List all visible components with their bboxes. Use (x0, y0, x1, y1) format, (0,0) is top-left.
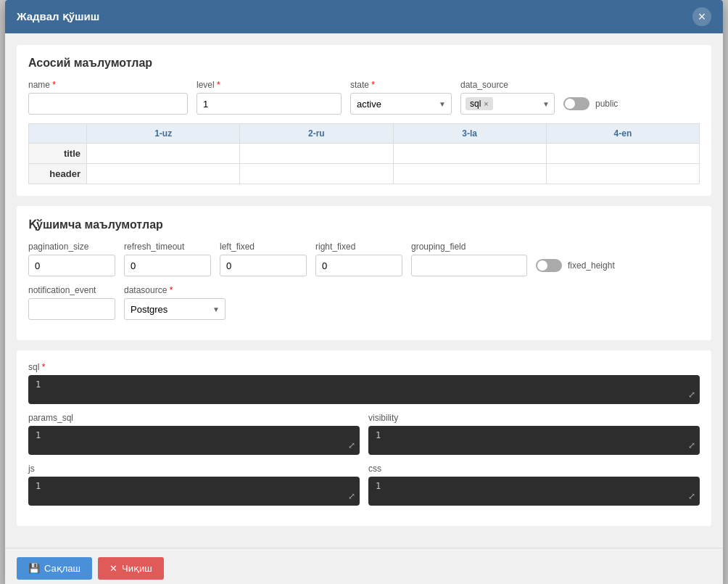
grouping-label: grouping_field (411, 242, 527, 252)
header-en-input[interactable] (553, 168, 693, 179)
name-group: name * (28, 80, 188, 115)
datasource-tag-close[interactable]: × (484, 99, 488, 108)
save-button[interactable]: 💾 Сақлаш (17, 557, 92, 580)
params-sql-expand-icon: ⤢ (348, 440, 355, 451)
modal-title: Жадвал қўшиш (17, 10, 99, 23)
translation-col-2: 2-ru (240, 124, 393, 144)
name-input[interactable] (28, 93, 188, 115)
visibility-editor[interactable]: 1 ⤢ (368, 426, 700, 455)
level-input[interactable] (197, 93, 342, 115)
translation-row-header: header (29, 164, 700, 184)
translation-row-title: title (29, 144, 700, 164)
title-uz-input[interactable] (93, 148, 233, 159)
params-sql-label: params_sql (28, 413, 360, 423)
datasource-label: data_source (460, 80, 555, 90)
sql-section: sql * 1 ⤢ params_sql 1 ⤢ (17, 350, 711, 526)
visibility-line: 1 (376, 430, 381, 440)
state-group: state * active inactive ▼ (350, 80, 452, 115)
refresh-group: refresh_timeout (124, 242, 211, 276)
translation-col-1: 1-uz (87, 124, 240, 144)
extra-form-row-2: notification_event datasource * Postgres… (28, 285, 700, 320)
modal-dialog: Жадвал қўшиш × Асосий маълумотлар name *… (5, 0, 723, 584)
css-label: css (368, 464, 700, 474)
pagination-input[interactable] (28, 255, 115, 276)
translation-header-uz (87, 164, 240, 184)
translation-col-4: 4-en (546, 124, 699, 144)
params-sql-expand-button[interactable]: ⤢ (348, 440, 355, 451)
visibility-expand-icon: ⤢ (688, 440, 695, 451)
left-fixed-group: left_fixed (220, 242, 307, 276)
basic-form-row: name * level * state * (28, 80, 700, 115)
header-ru-input[interactable] (246, 168, 386, 179)
translation-row-header-label: header (29, 164, 87, 184)
title-la-input[interactable] (400, 148, 540, 159)
fixed-height-group: fixed_height (536, 242, 615, 276)
datasource-tag-value: sql (470, 99, 481, 109)
fixed-height-toggle[interactable] (536, 259, 562, 272)
grouping-input[interactable] (411, 255, 527, 276)
datasource-input[interactable]: sql × ▼ (460, 93, 555, 115)
css-editor[interactable]: 1 ⤢ (368, 477, 700, 506)
public-spacer (563, 80, 618, 90)
level-group: level * (197, 80, 342, 115)
visibility-group: visibility 1 ⤢ (368, 413, 700, 455)
extra-datasource-select[interactable]: Postgres MySQL Oracle (124, 298, 226, 320)
datasource-group: data_source sql × ▼ (460, 80, 555, 115)
css-group: css 1 ⤢ (368, 464, 700, 506)
notification-input[interactable] (28, 298, 115, 320)
params-sql-group: params_sql 1 ⤢ (28, 413, 360, 455)
left-fixed-input[interactable] (220, 255, 307, 276)
header-uz-input[interactable] (93, 168, 233, 179)
js-expand-icon: ⤢ (348, 491, 355, 501)
sql-editor[interactable]: 1 ⤢ (28, 375, 700, 404)
translation-title-en (546, 144, 699, 164)
extra-datasource-group: datasource * Postgres MySQL Oracle ▼ (124, 285, 226, 320)
cancel-label: Чиқиш (122, 563, 152, 574)
css-line: 1 (376, 481, 381, 491)
title-en-input[interactable] (553, 148, 693, 159)
state-label: state * (350, 80, 452, 90)
translation-title-ru (240, 144, 393, 164)
state-select-wrapper: active inactive ▼ (350, 93, 452, 115)
sql-expand-button[interactable]: ⤢ (688, 390, 695, 400)
translation-header-la (393, 164, 546, 184)
modal-close-button[interactable]: × (692, 7, 711, 26)
header-la-input[interactable] (400, 168, 540, 179)
save-icon: 💾 (28, 563, 40, 574)
refresh-label: refresh_timeout (124, 242, 211, 252)
title-ru-input[interactable] (246, 148, 386, 159)
datasource-dropdown-arrow[interactable]: ▼ (542, 100, 550, 108)
css-expand-button[interactable]: ⤢ (688, 491, 695, 501)
translation-header-en (546, 164, 699, 184)
js-css-row: js 1 ⤢ css 1 ⤢ (28, 464, 700, 506)
save-label: Сақлаш (44, 563, 80, 574)
translation-row-title-label: title (29, 144, 87, 164)
public-label: public (595, 99, 618, 109)
fixed-height-toggle-knob (537, 260, 547, 271)
fixed-height-toggle-wrapper: fixed_height (536, 255, 615, 276)
css-expand-icon: ⤢ (688, 491, 695, 501)
params-visibility-row: params_sql 1 ⤢ visibility 1 ⤢ (28, 413, 700, 455)
js-editor[interactable]: 1 ⤢ (28, 477, 360, 506)
public-toggle[interactable] (563, 97, 590, 110)
cancel-button[interactable]: ✕ Чиқиш (98, 557, 164, 580)
modal-footer: 💾 Сақлаш ✕ Чиқиш (5, 548, 723, 584)
right-fixed-input[interactable] (315, 255, 402, 276)
toggle-knob (565, 99, 575, 109)
refresh-input[interactable] (124, 255, 211, 276)
pagination-label: pagination_size (28, 242, 115, 252)
extra-datasource-label: datasource * (124, 285, 226, 295)
js-expand-button[interactable]: ⤢ (348, 491, 355, 501)
params-sql-editor[interactable]: 1 ⤢ (28, 426, 360, 455)
level-label: level * (197, 80, 342, 90)
extra-section-title: Қўшимча маълумотлар (28, 218, 700, 231)
pagination-group: pagination_size (28, 242, 115, 276)
translation-title-uz (87, 144, 240, 164)
datasource-tag: sql × (466, 97, 493, 110)
sql-line-num: 1 (36, 379, 41, 390)
translation-header-row: 1-uz 2-ru 3-la 4-en (29, 124, 700, 144)
sql-expand-icon: ⤢ (688, 390, 695, 400)
state-select[interactable]: active inactive (350, 93, 452, 115)
translation-header-ru (240, 164, 393, 184)
visibility-expand-button[interactable]: ⤢ (688, 440, 695, 451)
